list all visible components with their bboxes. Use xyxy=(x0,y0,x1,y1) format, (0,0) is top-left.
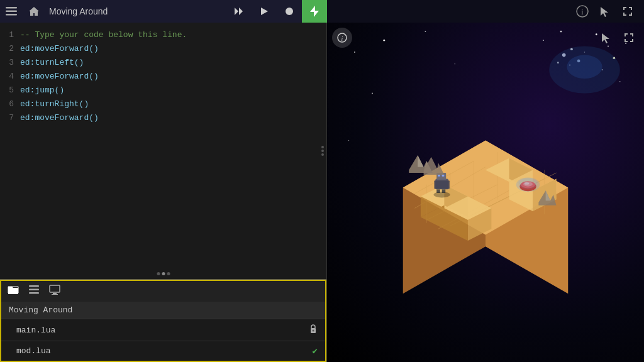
svg-point-33 xyxy=(543,40,544,41)
svg-text:i: i xyxy=(341,35,343,42)
svg-text:i: i xyxy=(581,8,584,16)
list-tab-icon[interactable] xyxy=(29,285,39,297)
svg-rect-14 xyxy=(29,289,39,291)
code-line: 1-- Type your code below this line. xyxy=(0,28,326,41)
svg-marker-4 xyxy=(239,8,243,15)
svg-point-11 xyxy=(321,150,324,152)
line-content: ed:moveForward() xyxy=(20,113,99,123)
svg-point-32 xyxy=(619,81,621,82)
code-line: 3ed:turnLeft() xyxy=(0,55,326,69)
monitor-tab-icon[interactable] xyxy=(49,285,60,298)
svg-rect-67 xyxy=(442,175,445,177)
svg-point-21 xyxy=(354,52,355,53)
cursor-icon-top[interactable] xyxy=(594,0,616,23)
lock-icon xyxy=(309,324,318,336)
code-lines: 1-- Type your code below this line.2ed:m… xyxy=(0,23,326,279)
svg-rect-66 xyxy=(438,175,440,177)
line-content: ed:jump() xyxy=(20,85,64,95)
game-scene xyxy=(327,23,644,362)
top-bar-right: i xyxy=(327,0,644,23)
svg-point-6 xyxy=(286,8,293,15)
scroll-dot-3 xyxy=(167,272,170,275)
drag-handle[interactable] xyxy=(319,141,326,160)
svg-marker-7 xyxy=(310,6,319,17)
svg-point-12 xyxy=(321,153,324,156)
code-line: 7ed:moveForward() xyxy=(0,111,326,124)
svg-point-26 xyxy=(348,140,350,141)
stop-button[interactable] xyxy=(277,0,302,23)
svg-rect-13 xyxy=(29,285,39,287)
file-name-mod: mod.lua xyxy=(16,346,51,356)
file-panel-tabs xyxy=(1,281,325,302)
info-icon-top[interactable]: i xyxy=(571,0,594,23)
line-number: 2 xyxy=(0,44,20,53)
line-content: ed:turnRight() xyxy=(20,99,89,109)
svg-point-42 xyxy=(567,55,602,79)
line-content: ed:turnLeft() xyxy=(20,58,84,67)
line-number: 1 xyxy=(0,30,20,40)
line-number: 5 xyxy=(0,85,20,95)
code-line: 4ed:moveForward() xyxy=(0,69,326,83)
file-name-main: main.lua xyxy=(16,326,55,335)
line-number: 6 xyxy=(0,99,20,109)
line-number: 7 xyxy=(0,113,20,123)
file-item-main[interactable]: main.lua xyxy=(1,319,325,341)
line-content: ed:moveForward() xyxy=(20,44,99,53)
svg-point-23 xyxy=(425,31,426,32)
svg-rect-17 xyxy=(53,293,57,294)
svg-point-10 xyxy=(321,146,324,148)
svg-point-70 xyxy=(434,192,450,197)
toolbar-buttons xyxy=(226,0,327,23)
code-line: 2ed:moveForward() xyxy=(0,41,326,55)
file-item-mod[interactable]: mod.lua ✔ xyxy=(1,341,325,361)
scroll-dots xyxy=(157,272,170,275)
info-button[interactable]: i xyxy=(332,28,352,48)
level-title: Moving Around xyxy=(45,6,108,16)
main-content: 1-- Type your code below this line.2ed:m… xyxy=(0,23,644,362)
left-panel: 1-- Type your code below this line.2ed:m… xyxy=(0,23,327,362)
line-number: 3 xyxy=(0,58,20,67)
svg-rect-2 xyxy=(6,14,17,16)
expand-button[interactable] xyxy=(619,28,639,48)
svg-rect-16 xyxy=(50,285,60,292)
top-bar-left: Moving Around xyxy=(0,0,327,23)
folder-tab-icon[interactable] xyxy=(8,285,19,298)
svg-marker-5 xyxy=(261,8,268,15)
play-button[interactable] xyxy=(252,0,277,23)
svg-point-25 xyxy=(372,93,373,94)
folder-label: Moving Around xyxy=(1,302,325,319)
home-icon[interactable] xyxy=(23,0,45,23)
top-bar: Moving Around xyxy=(0,0,644,23)
line-content: -- Type your code below this line. xyxy=(20,30,187,40)
scroll-dot-2 xyxy=(162,272,165,275)
right-panel: i xyxy=(327,23,644,362)
cursor-button[interactable] xyxy=(596,28,616,48)
step-button[interactable] xyxy=(226,0,252,23)
svg-point-20 xyxy=(313,330,314,332)
svg-rect-15 xyxy=(29,292,39,294)
line-content: ed:moveForward() xyxy=(20,72,99,81)
code-line: 5ed:jump() xyxy=(0,83,326,97)
svg-rect-0 xyxy=(6,7,17,9)
svg-point-24 xyxy=(455,63,456,64)
svg-rect-1 xyxy=(6,11,17,13)
code-editor[interactable]: 1-- Type your code below this line.2ed:m… xyxy=(0,23,326,280)
svg-point-62 xyxy=(519,178,538,189)
scroll-dot-1 xyxy=(157,272,160,275)
svg-rect-18 xyxy=(52,294,58,295)
code-line: 6ed:turnRight() xyxy=(0,97,326,111)
svg-point-22 xyxy=(383,40,385,41)
expand-icon-top[interactable] xyxy=(616,0,639,23)
svg-rect-64 xyxy=(434,180,449,189)
hamburger-menu-icon[interactable] xyxy=(0,0,23,23)
lightning-button[interactable] xyxy=(302,0,327,23)
svg-marker-3 xyxy=(235,8,238,15)
file-panel: Moving Around main.lua mod.lua ✔ xyxy=(0,280,326,362)
svg-point-34 xyxy=(560,31,562,33)
line-number: 4 xyxy=(0,72,20,81)
check-icon: ✔ xyxy=(313,346,318,356)
